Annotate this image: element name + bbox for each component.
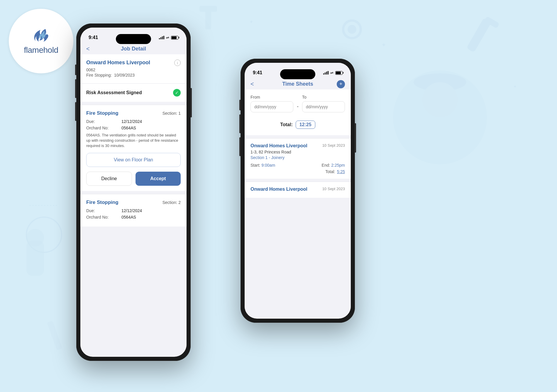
total-value: 12:25 <box>296 121 315 129</box>
status-time-right: 9:41 <box>253 70 262 75</box>
section-2-orchard-value: 0564AS <box>121 215 136 219</box>
risk-row: Risk Assessment Signed ✓ <box>86 89 181 97</box>
ts-entry-1-total: Total: 5:25 <box>250 169 345 174</box>
phone-left: 9:41 ⇌ < Job Detail <box>76 23 191 361</box>
to-group: To <box>302 95 345 112</box>
ts-entry-1-total-label: Total: <box>325 169 335 174</box>
svg-point-8 <box>343 21 361 38</box>
ts-entry-1-company: Onward Homes Liverpool <box>250 143 307 148</box>
logo-container: flamehold <box>9 9 73 73</box>
svg-rect-4 <box>466 18 492 53</box>
section-1-desc: 0564AS. The ventilation grills noted sho… <box>86 133 181 149</box>
section-1-orchard-row: Orchard No: 0564AS <box>86 126 181 130</box>
from-group: From <box>250 95 293 112</box>
ts-entry-1-start-label: Start: 9:00am <box>250 163 275 168</box>
total-label: Total: <box>280 122 292 127</box>
filter-card: From - To Total: 12:25 <box>245 89 351 135</box>
content-area-right: From - To Total: 12:25 <box>245 89 351 313</box>
ts-entry-1-section: Section 1 - Joinery <box>250 155 345 160</box>
section-1-title: Fire Stopping <box>86 110 118 116</box>
svg-rect-6 <box>205 6 211 29</box>
section-1-orchard-value: 0564AS <box>121 126 136 130</box>
phone-screen-left: 9:41 ⇌ < Job Detail <box>80 28 187 357</box>
svg-point-16 <box>26 229 44 246</box>
wifi-icon-right: ⇌ <box>330 71 333 75</box>
wifi-icon-left: ⇌ <box>166 36 169 40</box>
to-input[interactable] <box>302 101 345 112</box>
svg-point-0 <box>393 70 487 164</box>
status-icons-right: ⇌ <box>323 71 343 75</box>
check-icon: ✓ <box>173 89 181 97</box>
ts-entry-1-end-value: 2:25pm <box>331 163 345 168</box>
section-2-num: Section: 2 <box>162 200 181 205</box>
svg-rect-7 <box>199 6 217 12</box>
info-icon[interactable]: i <box>174 60 181 66</box>
ts-entry-1-total-value: 5:25 <box>337 169 345 174</box>
ts-entry-1-date: 10 Sept 2023 <box>322 143 345 148</box>
floor-plan-button[interactable]: View on Floor Plan <box>86 153 181 167</box>
ts-entry-1-address: 1-3, 82 Princess Road <box>250 150 345 154</box>
decline-button[interactable]: Decline <box>86 172 132 186</box>
section-1-due-row: Due: 12/12/2024 <box>86 119 181 124</box>
section-1-num: Section: 1 <box>162 111 181 116</box>
section-2-due-label: Due: <box>86 208 113 213</box>
nav-bar-left: < Job Detail <box>80 43 187 54</box>
dynamic-island-right <box>280 69 315 79</box>
svg-text:✦: ✦ <box>249 19 253 24</box>
total-row: Total: 12:25 <box>250 117 345 130</box>
section-1-due-value: 12/12/2024 <box>121 119 142 124</box>
section-2-header: Fire Stopping Section: 2 <box>86 200 181 205</box>
ts-entry-1-end-label: End: 2:25pm <box>322 163 345 168</box>
section-2-due-value: 12/12/2024 <box>121 208 142 213</box>
phone-frame-left: 9:41 ⇌ < Job Detail <box>76 23 191 361</box>
svg-rect-5 <box>484 16 500 28</box>
job-company: Onward Homes Liverpool <box>86 60 181 66</box>
svg-point-11 <box>26 217 62 252</box>
job-date: 10/09/2023 <box>114 73 135 77</box>
nav-bar-right: < Time Sheets + <box>245 79 351 89</box>
section-2-title: Fire Stopping <box>86 200 118 205</box>
logo-text: flamehold <box>24 45 58 55</box>
add-button-right[interactable]: + <box>337 80 345 88</box>
status-time-left: 9:41 <box>89 35 98 40</box>
job-type: Fire Stopping <box>86 73 111 77</box>
phone-right: 9:41 ⇌ < Time Sheets <box>241 59 355 323</box>
content-area-left: Onward Homes Liverpool 0062 Fire Stoppin… <box>80 54 187 351</box>
svg-rect-2 <box>419 78 461 89</box>
flame-logo-icon <box>32 28 50 44</box>
svg-point-3 <box>422 82 458 117</box>
accept-button[interactable]: Accept <box>136 172 181 186</box>
job-number: 0062 <box>86 67 181 72</box>
ts-entry-2: Onward Homes Liverpool 10 Sept 2023 <box>245 182 351 198</box>
section-2-orchard-label: Orchard No: <box>86 215 113 219</box>
svg-rect-15 <box>26 241 44 276</box>
from-input[interactable] <box>250 101 293 112</box>
back-button-left[interactable]: < <box>86 45 90 52</box>
back-button-right[interactable]: < <box>250 81 254 87</box>
svg-text:✦: ✦ <box>513 84 517 89</box>
phone-screen-right: 9:41 ⇌ < Time Sheets <box>245 63 351 319</box>
section-1-card: Fire Stopping Section: 1 Due: 12/12/2024… <box>80 105 187 191</box>
battery-icon-left <box>171 36 178 40</box>
ts-entry-1-header: Onward Homes Liverpool 10 Sept 2023 <box>250 143 345 148</box>
nav-title-left: Job Detail <box>121 46 146 52</box>
ts-entry-1-time-row: Start: 9:00am End: 2:25pm <box>250 163 345 168</box>
job-card: Onward Homes Liverpool 0062 Fire Stoppin… <box>80 54 187 83</box>
from-to-row: From - To <box>250 95 345 112</box>
battery-icon-right <box>335 71 343 75</box>
ts-entry-2-date: 10 Sept 2023 <box>322 187 345 191</box>
status-icons-left: ⇌ <box>159 36 178 40</box>
dynamic-island-left <box>116 34 151 44</box>
dash-separator: - <box>297 104 299 110</box>
svg-rect-17 <box>47 321 62 350</box>
ts-entry-2-header: Onward Homes Liverpool 10 Sept 2023 <box>250 187 345 192</box>
section-2-due-row: Due: 12/12/2024 <box>86 208 181 213</box>
nav-title-right: Time Sheets <box>282 81 313 87</box>
ts-entry-2-company: Onward Homes Liverpool <box>250 187 307 192</box>
section-2-orchard-row: Orchard No: 0564AS <box>86 215 181 219</box>
phone-frame-right: 9:41 ⇌ < Time Sheets <box>241 59 355 323</box>
risk-label: Risk Assessment Signed <box>86 90 142 95</box>
section-1-header: Fire Stopping Section: 1 <box>86 110 181 116</box>
svg-text:✦: ✦ <box>381 42 386 48</box>
ts-entry-1: Onward Homes Liverpool 10 Sept 2023 1-3,… <box>245 138 351 179</box>
